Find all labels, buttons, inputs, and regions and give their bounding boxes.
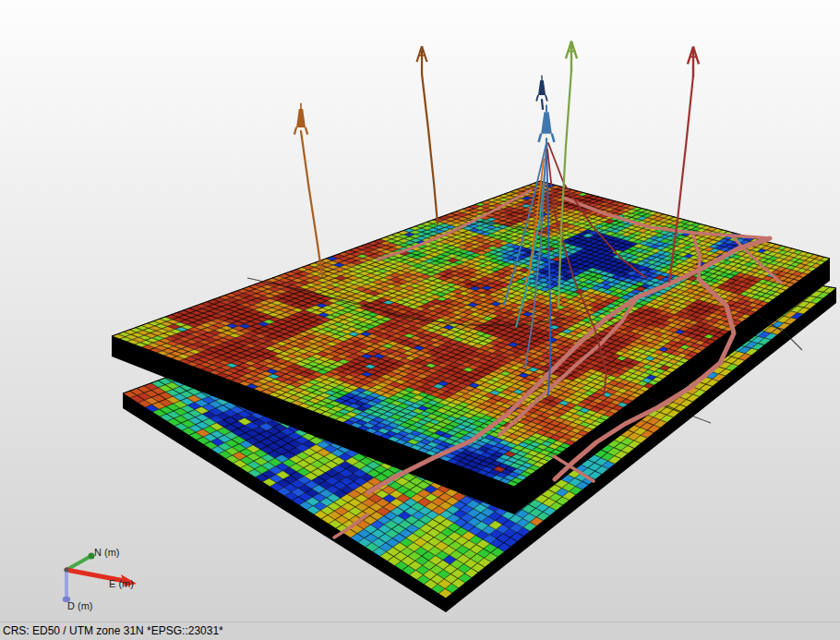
well-derrick-icon: [536, 76, 547, 102]
well-derrick-icon: [294, 103, 307, 135]
well-1[interactable]: [294, 103, 322, 277]
well-2[interactable]: [417, 46, 438, 223]
status-bar: CRS: ED50 / UTM zone 31N *EPSG::23031*: [0, 622, 840, 640]
well-derrick-icon: [688, 47, 699, 78]
viewport-3d[interactable]: N (m) E (m) D (m): [0, 0, 840, 622]
well-derrick-icon: [417, 46, 427, 74]
reservoir-model-scene: [0, 0, 840, 622]
well-4[interactable]: [539, 105, 555, 145]
well-derrick-icon: [539, 105, 555, 142]
application-window: N (m) E (m) D (m) CRS: ED50 / UTM zone 3…: [0, 0, 840, 640]
well-derrick-icon: [566, 42, 577, 72]
crs-status-text: CRS: ED50 / UTM zone 31N *EPSG::23031*: [0, 622, 223, 640]
well-3[interactable]: [536, 76, 547, 110]
